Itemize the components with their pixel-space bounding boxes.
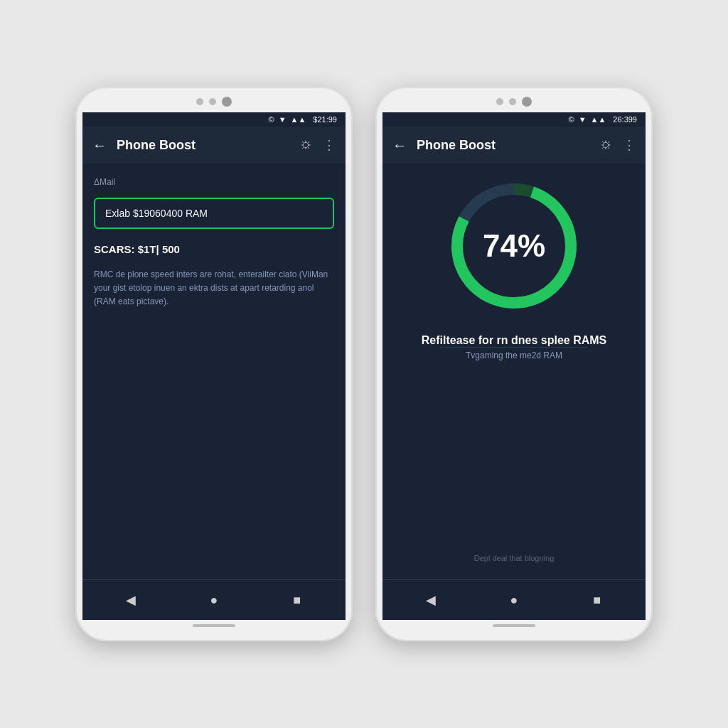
left-phone-top-bar xyxy=(82,97,346,112)
left-mail-label: ΔMail xyxy=(94,177,115,187)
right-screen: © ▼ ▲▲ 26:399 ← Phone Boost ⛭ ⋮ xyxy=(382,112,646,620)
right-labels: Refiltease for rn dnes splee RAMS Tvgami… xyxy=(422,334,607,360)
right-dot-1 xyxy=(496,98,503,105)
left-wifi-icon: ▼ xyxy=(279,115,287,124)
right-dot-2 xyxy=(509,98,516,105)
right-nav-home[interactable]: ● xyxy=(501,587,527,613)
left-bottom-nav: ◀ ● ■ xyxy=(82,579,346,620)
left-content: ΔMail Exlab $19060400 RAM SCARS: $1T| 50… xyxy=(82,164,346,579)
right-copyright-icon: © xyxy=(569,115,574,124)
right-signal-icon: ▲▲ xyxy=(591,115,606,124)
left-screen: © ▼ ▲▲ $21:99 ← Phone Boost ⛭ ⋮ ΔMail Ex… xyxy=(82,112,346,620)
left-scars-line: SCARS: $1T| 500 xyxy=(94,243,334,255)
right-sub-label: Tvgaming the me2d RAM xyxy=(422,350,607,360)
right-percentage: 74% xyxy=(483,228,545,264)
left-nav-back[interactable]: ◀ xyxy=(118,587,144,613)
left-ram-text: Exlab $19060400 RAM xyxy=(105,208,208,219)
left-phone: © ▼ ▲▲ $21:99 ← Phone Boost ⛭ ⋮ ΔMail Ex… xyxy=(75,87,353,641)
left-description: RMC de plone speed inters are rohat, ent… xyxy=(94,268,334,309)
left-home-indicator xyxy=(193,624,235,627)
left-app-bar: ← Phone Boost ⛭ ⋮ xyxy=(82,127,346,164)
left-time: $21:99 xyxy=(313,115,337,124)
left-desc-text: RMC de plone speed inters are rohat, ent… xyxy=(94,269,328,306)
right-back-button[interactable]: ← xyxy=(392,137,407,154)
right-circle-container: 74% Refiltease for rn dnes splee RAMS Tv… xyxy=(394,175,634,568)
right-phone: © ▼ ▲▲ 26:399 ← Phone Boost ⛭ ⋮ xyxy=(375,87,653,641)
right-app-bar: ← Phone Boost ⛭ ⋮ xyxy=(382,127,646,164)
left-nav-recent[interactable]: ■ xyxy=(284,587,310,613)
left-section-label: ΔMail xyxy=(94,175,334,188)
left-scars-text: SCARS: $1T| 500 xyxy=(94,243,180,255)
right-content: 74% Refiltease for rn dnes splee RAMS Tv… xyxy=(382,164,646,579)
right-time: 26:399 xyxy=(613,115,637,124)
left-dot-1 xyxy=(196,98,203,105)
right-main-label: Refiltease for rn dnes splee RAMS xyxy=(422,334,607,347)
right-nav-recent[interactable]: ■ xyxy=(584,587,610,613)
left-copyright-icon: © xyxy=(269,115,274,124)
right-bottom-notice: Depl deal that blogning xyxy=(474,554,555,568)
right-status-bar: © ▼ ▲▲ 26:399 xyxy=(382,112,646,127)
left-dot-2 xyxy=(209,98,216,105)
left-signal-icon: ▲▲ xyxy=(291,115,306,124)
right-phone-bottom xyxy=(382,620,646,631)
right-bottom-nav: ◀ ● ■ xyxy=(382,579,646,620)
scene: © ▼ ▲▲ $21:99 ← Phone Boost ⛭ ⋮ ΔMail Ex… xyxy=(75,87,653,641)
left-nav-home[interactable]: ● xyxy=(201,587,227,613)
left-camera xyxy=(222,97,232,107)
left-ram-box: Exlab $19060400 RAM xyxy=(94,198,334,229)
right-more-icon[interactable]: ⋮ xyxy=(623,137,636,153)
right-home-indicator xyxy=(493,624,535,627)
left-phone-bottom xyxy=(82,620,346,631)
right-nav-back[interactable]: ◀ xyxy=(418,587,444,613)
left-app-title: Phone Boost xyxy=(117,138,290,153)
right-settings-icon[interactable]: ⛭ xyxy=(600,138,613,153)
left-settings-icon[interactable]: ⛭ xyxy=(300,138,313,153)
right-wifi-icon: ▼ xyxy=(579,115,587,124)
right-divider xyxy=(440,347,588,348)
right-camera xyxy=(522,97,532,107)
left-status-bar: © ▼ ▲▲ $21:99 xyxy=(82,112,346,127)
left-more-icon[interactable]: ⋮ xyxy=(323,137,336,153)
left-back-button[interactable]: ← xyxy=(92,137,107,154)
right-phone-top-bar xyxy=(382,97,646,112)
right-app-title: Phone Boost xyxy=(417,138,590,153)
right-circle-chart: 74% xyxy=(443,175,585,317)
